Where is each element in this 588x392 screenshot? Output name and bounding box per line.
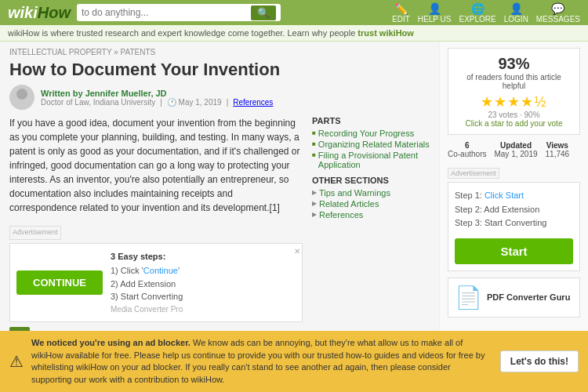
- part-item-3[interactable]: Filing a Provisional Patent Application: [312, 151, 430, 169]
- article-title: How to Document Your Invention: [9, 60, 430, 80]
- right-ad-steps: Step 1: Click Start Step 2: Add Extensio…: [455, 189, 573, 230]
- nav-messages[interactable]: 💬MESSAGES: [536, 2, 580, 24]
- ad-close-icon[interactable]: ✕: [294, 245, 300, 257]
- other-sections-title: OTHER SECTIONS: [312, 176, 430, 185]
- stars: ★★★★½: [455, 93, 573, 111]
- part-item-1[interactable]: Recording Your Progress: [312, 129, 430, 138]
- other-item-1[interactable]: Tips and Warnings: [312, 188, 430, 198]
- ad-blocker-icon: ⚠: [9, 352, 24, 371]
- ad-step-3: 3) Start Converting: [111, 290, 183, 303]
- header: wiki How 🔍 ✏️EDIT 👤HELP US 🌐EXPLORE 👤LOG…: [0, 0, 588, 25]
- author-credential: Doctor of Law, Indiana University: [41, 98, 155, 107]
- ad-source: Media Converter Pro: [111, 303, 183, 315]
- right-step-1: Step 1: Click Start: [455, 189, 573, 203]
- rating-votes: 23 votes · 90%: [455, 111, 573, 119]
- breadcrumb-patents[interactable]: PATENTS: [121, 48, 156, 56]
- author-date: 🕐 May 1, 2019: [167, 98, 222, 107]
- ad-blocker-bar: ⚠ We noticed you're using an ad blocker.…: [0, 331, 588, 392]
- other-sections-list: Tips and Warnings Related Articles Refer…: [312, 188, 430, 220]
- author-name: Written by Jennifer Mueller, JD: [41, 89, 167, 98]
- logo-wiki: wiki: [8, 4, 38, 22]
- right-ad-box: Step 1: Click Start Step 2: Add Extensio…: [448, 182, 580, 271]
- meta-views: Views 11,746: [546, 141, 570, 158]
- svg-point-0: [11, 99, 33, 110]
- pdf-ad: 📄 PDF Converter Guru: [448, 278, 580, 318]
- pdf-icon: 📄: [455, 285, 482, 310]
- nav-login[interactable]: 👤LOGIN: [504, 2, 528, 24]
- breadcrumb-ip[interactable]: INTELLECTUAL PROPERTY: [9, 48, 111, 56]
- continue-button[interactable]: CONTINUE: [16, 270, 103, 295]
- click-start-text: Click Start: [485, 191, 524, 200]
- logo: wiki How: [8, 4, 71, 22]
- ad-section: Advertisement ✕ CONTINUE 3 Easy steps: 1…: [9, 221, 303, 322]
- sub-header: wikiHow is where trusted research and ex…: [0, 25, 588, 42]
- nav-explore[interactable]: 🌐EXPLORE: [459, 2, 495, 24]
- logo-how: How: [38, 4, 71, 22]
- rating-cta[interactable]: Click a star to add your vote: [455, 119, 573, 128]
- rating-percent: 93%: [455, 55, 573, 73]
- right-step-2: Step 2: Add Extension: [455, 203, 573, 217]
- author-avatar: [9, 85, 34, 110]
- nav-edit[interactable]: ✏️EDIT: [392, 2, 410, 24]
- references-link[interactable]: References: [233, 98, 273, 107]
- author-row: Written by Jennifer Mueller, JD Doctor o…: [9, 85, 430, 110]
- rating-text: of readers found this article helpful: [455, 73, 573, 90]
- start-button[interactable]: Start: [455, 238, 573, 264]
- rating-box: 93% of readers found this article helpfu…: [448, 48, 580, 135]
- meta-updated: Updated May 1, 2019: [494, 141, 537, 158]
- ad-blocker-text: We noticed you're using an ad blocker. W…: [31, 337, 492, 386]
- ad-step-2: 2) Add Extension: [111, 278, 183, 291]
- author-info: Written by Jennifer Mueller, JD Doctor o…: [41, 89, 273, 107]
- ad-banner: ✕ CONTINUE 3 Easy steps: 1) Click 'Conti…: [9, 243, 303, 322]
- svg-point-1: [16, 89, 27, 100]
- part-item-2[interactable]: Organizing Related Materials: [312, 140, 430, 149]
- ad-blocker-title: We noticed you're using an ad blocker.: [31, 338, 191, 347]
- search-input[interactable]: [82, 7, 251, 18]
- sub-header-text: wikiHow is where trusted research and ex…: [8, 28, 358, 38]
- parts-list: Recording Your Progress Organizing Relat…: [312, 129, 430, 169]
- other-item-3[interactable]: References: [312, 210, 430, 220]
- right-ad-label: Advertisement: [448, 168, 499, 179]
- pdf-name: PDF Converter Guru: [487, 292, 570, 302]
- meta-row: 6 Co-authors Updated May 1, 2019 Views 1…: [448, 141, 580, 158]
- other-item-2[interactable]: Related Articles: [312, 199, 430, 209]
- ad-blocker-button[interactable]: Let's do this!: [500, 350, 579, 372]
- nav-help[interactable]: 👤HELP US: [418, 2, 452, 24]
- breadcrumb-separator: »: [114, 48, 120, 56]
- ad-steps-title: 3 Easy steps:: [111, 250, 183, 263]
- ad-steps-section: 3 Easy steps: 1) Click 'Continue' 2) Add…: [111, 250, 183, 315]
- article-paragraph: If you have a good idea, document your i…: [9, 116, 303, 215]
- search-button[interactable]: 🔍: [251, 5, 276, 20]
- ad-steps: 1) Click 'Continue' 2) Add Extension 3) …: [111, 264, 183, 303]
- ad-step-1: 1) Click 'Continue': [111, 264, 183, 278]
- ad-label: Advertisement: [9, 226, 61, 240]
- meta-coauthors: 6 Co-authors: [448, 141, 486, 158]
- breadcrumb: INTELLECTUAL PROPERTY » PATENTS: [9, 48, 430, 56]
- right-step-3: Step 3: Start Converting: [455, 216, 573, 230]
- header-nav: ✏️EDIT 👤HELP US 🌐EXPLORE 👤LOGIN 💬MESSAGE…: [392, 2, 580, 24]
- trust-link[interactable]: trust wikiHow: [358, 28, 414, 38]
- author-meta: Doctor of Law, Indiana University | 🕐 Ma…: [41, 98, 273, 107]
- search-bar[interactable]: 🔍: [77, 4, 281, 21]
- parts-title: PARTS: [312, 116, 430, 125]
